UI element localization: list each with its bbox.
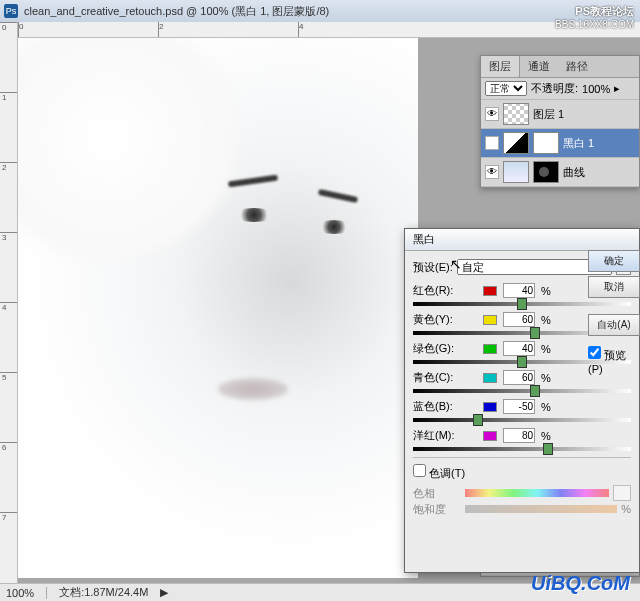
slider-label: 黄色(Y): [413,312,477,327]
slider-label: 青色(C): [413,370,477,385]
slider-thumb[interactable] [517,298,527,310]
slider-track[interactable] [413,389,631,393]
adjustment-thumb[interactable] [503,161,529,183]
color-swatch [483,402,497,412]
preview-checkbox[interactable]: 预览(P) [588,346,640,375]
slider-thumb[interactable] [530,327,540,339]
slider-unit: % [541,430,551,442]
eye [233,208,275,222]
cancel-button[interactable]: 取消 [588,276,640,298]
slider-thumb[interactable] [517,356,527,368]
layer-row[interactable]: 👁 图层 1 [481,100,639,129]
opacity-flyout-icon[interactable]: ▸ [614,82,620,95]
hue-slider[interactable] [465,489,609,497]
ruler-vertical: 0 1 2 3 4 5 6 7 [0,22,18,583]
layers-panel[interactable]: 图层 通道 路径 正常 不透明度: 100% ▸ 👁 图层 1 👁 黑白 1 👁… [480,55,640,188]
preview-check-input[interactable] [588,346,601,359]
layer-name[interactable]: 曲线 [563,165,585,180]
color-swatch [483,431,497,441]
layer-row[interactable]: 👁 黑白 1 [481,129,639,158]
ps-icon: Ps [4,4,18,18]
mask-thumb[interactable] [533,132,559,154]
slider-value-input[interactable] [503,399,535,414]
color-swatch [483,315,497,325]
watermark: PS教程论坛 BBS.16XX8.COM [555,4,634,32]
tint-check-input[interactable] [413,464,426,477]
tint-checkbox[interactable]: 色调(T) [413,467,465,479]
slider-track[interactable] [413,447,631,451]
layer-name[interactable]: 黑白 1 [563,136,594,151]
slider-thumb[interactable] [530,385,540,397]
slider-label: 蓝色(B): [413,399,477,414]
slider-label: 绿色(G): [413,341,477,356]
doc-size[interactable]: 文档:1.87M/24.4M [59,585,148,600]
ok-button[interactable]: 确定 [588,250,640,272]
tab-paths[interactable]: 路径 [558,56,596,77]
eye [316,220,352,234]
document-canvas[interactable] [18,38,418,578]
slider-thumb[interactable] [543,443,553,455]
color-slider-row: 蓝色(B): % [413,399,631,422]
slider-value-input[interactable] [503,341,535,356]
slider-unit: % [541,372,551,384]
color-slider-row: 洋红(M): % [413,428,631,451]
zoom-level[interactable]: 100% [6,587,34,599]
saturation-slider[interactable] [465,505,617,513]
cursor-icon: ↖ [450,256,462,272]
slider-value-input[interactable] [503,370,535,385]
slider-value-input[interactable] [503,283,535,298]
color-swatch [483,373,497,383]
color-swatch [483,286,497,296]
document-titlebar: Ps clean_and_creative_retouch.psd @ 100%… [0,0,640,22]
panel-tabs: 图层 通道 路径 [481,56,639,78]
visibility-icon[interactable]: 👁 [485,107,499,121]
opacity-value[interactable]: 100% [582,83,610,95]
tab-layers[interactable]: 图层 [481,56,520,77]
slider-thumb[interactable] [473,414,483,426]
blend-mode-select[interactable]: 正常 [485,81,527,96]
slider-label: 洋红(M): [413,428,477,443]
uibq-watermark: UiBQ.CoM [531,572,630,595]
tab-channels[interactable]: 通道 [520,56,558,77]
tint-swatch[interactable] [613,485,631,501]
hue-label: 色相 [413,486,461,501]
lips [218,378,288,400]
slider-unit: % [541,343,551,355]
slider-track[interactable] [413,418,631,422]
color-swatch [483,344,497,354]
status-flyout-icon[interactable]: ▶ [160,586,168,599]
layer-name[interactable]: 图层 1 [533,107,564,122]
slider-label: 红色(R): [413,283,477,298]
slider-value-input[interactable] [503,312,535,327]
slider-unit: % [541,314,551,326]
dialog-title: 黑白 [413,232,435,247]
layer-row[interactable]: 👁 曲线 [481,158,639,187]
preset-label: 预设(E): [413,260,453,275]
visibility-icon[interactable]: 👁 [485,136,499,150]
dialog-titlebar[interactable]: 黑白 [405,229,639,251]
auto-button[interactable]: 自动(A) [588,314,640,336]
layer-thumb[interactable] [503,103,529,125]
visibility-icon[interactable]: 👁 [485,165,499,179]
adjustment-thumb[interactable] [503,132,529,154]
slider-unit: % [541,285,551,297]
document-title: clean_and_creative_retouch.psd @ 100% (黑… [24,4,329,19]
saturation-label: 饱和度 [413,502,461,517]
opacity-label: 不透明度: [531,81,578,96]
saturation-unit: % [621,503,631,515]
slider-value-input[interactable] [503,428,535,443]
mask-thumb[interactable] [533,161,559,183]
slider-unit: % [541,401,551,413]
